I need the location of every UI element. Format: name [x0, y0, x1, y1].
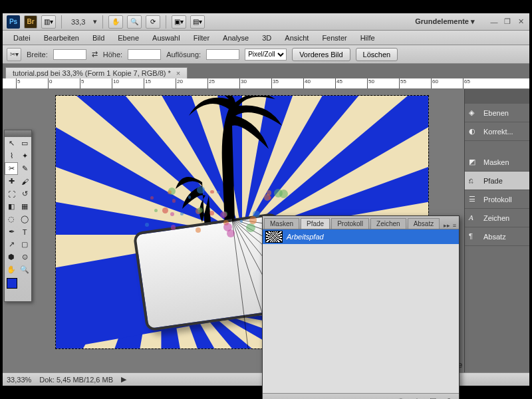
tab-absatz[interactable]: Absatz	[408, 218, 440, 229]
menu-3d[interactable]: 3D	[255, 34, 278, 42]
menu-ebene[interactable]: Ebene	[111, 34, 146, 42]
menu-ansicht[interactable]: Ansicht	[278, 34, 315, 42]
menu-hilfe[interactable]: Hilfe	[354, 34, 382, 42]
ps-logo: Ps	[7, 15, 20, 29]
app-titlebar: Ps Br ▥▾ 33,3▾ ✋ 🔍 ⟳ ▣▾ ▤▾ Grundelemente…	[3, 13, 529, 31]
arrange-docs-icon[interactable]: ▤▾	[190, 15, 205, 29]
bridge-logo[interactable]: Br	[24, 15, 37, 29]
crop-tool-preset-icon[interactable]: ✂▾	[7, 48, 21, 61]
tab-pfade[interactable]: Pfade	[301, 218, 330, 229]
hand-tool-icon[interactable]: ✋	[108, 15, 123, 29]
front-image-button[interactable]: Vorderes Bild	[292, 48, 350, 61]
dock-masken[interactable]: ◩Masken	[465, 153, 529, 172]
marquee-tool[interactable]: ▭	[18, 137, 31, 150]
resolution-input[interactable]	[206, 49, 239, 60]
window-restore[interactable]: ❐	[503, 17, 512, 27]
crop-tool[interactable]: ✂	[5, 162, 18, 175]
stamp-tool[interactable]: ⛶	[5, 188, 18, 200]
rotate-view-icon[interactable]: ⟳	[146, 15, 160, 29]
workspace-switcher[interactable]: Grundelemente ▾	[411, 17, 479, 26]
menu-fenster[interactable]: Fenster	[315, 34, 353, 42]
dock-absatz[interactable]: ¶Absatz	[465, 227, 529, 246]
new-path-icon[interactable]: ▣	[428, 396, 438, 400]
stroke-path-icon[interactable]: ○	[380, 396, 390, 400]
hand-tool[interactable]: ✋	[5, 263, 18, 276]
3d-tool[interactable]: ⬢	[5, 251, 18, 263]
status-zoom[interactable]: 33,33%	[7, 376, 31, 384]
wand-tool[interactable]: ✦	[18, 150, 31, 162]
status-doc-size[interactable]: Dok: 5,45 MB/12,6 MB	[39, 376, 113, 384]
right-dock: ◈Ebenen ◐Korrekt... ◩Masken ⎌Pfade ☰Prot…	[464, 89, 529, 375]
zoom-tool-icon[interactable]: 🔍	[127, 15, 142, 29]
character-icon: A	[469, 213, 479, 223]
dock-pfade[interactable]: ⎌Pfade	[465, 172, 529, 190]
color-swatches[interactable]	[5, 276, 31, 301]
tab-masken[interactable]: Masken	[264, 218, 299, 229]
dock-korrekturen[interactable]: ◐Korrekt...	[465, 122, 529, 141]
menu-datei[interactable]: Datei	[7, 34, 37, 42]
status-arrow-icon[interactable]: ▶	[121, 375, 126, 384]
path-from-selection-icon[interactable]: ◊	[412, 396, 422, 400]
move-tool[interactable]: ↖	[5, 137, 18, 150]
path-name: Arbeitspfad	[287, 233, 324, 241]
eraser-tool[interactable]: ◧	[5, 200, 18, 213]
menu-auswahl[interactable]: Auswahl	[146, 34, 187, 42]
menu-bearbeiten[interactable]: Bearbeiten	[37, 34, 86, 42]
menu-filter[interactable]: Filter	[187, 34, 216, 42]
panel-body: Arbeitspfad	[263, 229, 459, 393]
lasso-tool[interactable]: ⌇	[5, 150, 18, 162]
window-close[interactable]: ✕	[516, 17, 525, 27]
paths-panel[interactable]: Masken Pfade Protokoll Zeichen Absatz ▸▸…	[262, 215, 460, 399]
foreground-swatch[interactable]	[7, 278, 17, 289]
blur-tool[interactable]: ◌	[5, 213, 18, 225]
menu-bild[interactable]: Bild	[86, 34, 111, 42]
dock-zeichen[interactable]: AZeichen	[465, 209, 529, 227]
dodge-tool[interactable]: ◯	[18, 213, 31, 225]
document-tab[interactable]: tutorial.psd bei 33,3% (Form 1 Kopie 7, …	[5, 67, 188, 78]
zoom-value[interactable]: 33,3	[67, 18, 89, 26]
dock-protokoll[interactable]: ☰Protokoll	[465, 190, 529, 209]
healing-tool[interactable]: ✚	[5, 175, 18, 188]
pen-tool[interactable]: ✒	[5, 225, 18, 238]
shape-tool[interactable]: ▢	[18, 238, 31, 251]
eyedropper-tool[interactable]: ✎	[18, 162, 31, 175]
fill-path-icon[interactable]: ●	[364, 396, 374, 400]
swap-wh-icon[interactable]: ⇄	[92, 50, 98, 59]
tab-protokoll[interactable]: Protokoll	[331, 218, 369, 229]
brush-tool[interactable]: 🖌	[18, 175, 31, 188]
document-tab-row: tutorial.psd bei 33,3% (Form 1 Kopie 7, …	[3, 64, 529, 78]
toolbox[interactable]: ↖ ▭ ⌇ ✦ ✂ ✎ ✚ 🖌 ⛶ ↺ ◧ ▦ ◌ ◯ ✒ T ↗ ▢ ⬢ ⊙ …	[4, 130, 32, 302]
screen-mode-icon[interactable]: ▣▾	[172, 15, 186, 29]
close-document-icon[interactable]: ×	[176, 69, 180, 77]
height-input[interactable]	[128, 49, 161, 60]
type-tool[interactable]: T	[18, 225, 31, 238]
paragraph-icon: ¶	[469, 232, 479, 241]
history-brush-tool[interactable]: ↺	[18, 188, 31, 200]
document-title: tutorial.psd bei 33,3% (Form 1 Kopie 7, …	[13, 69, 171, 77]
panel-tabs: Masken Pfade Protokoll Zeichen Absatz ▸▸…	[263, 216, 459, 229]
layout-dropdown[interactable]: ▥▾	[41, 15, 56, 29]
window-minimize[interactable]: —	[489, 17, 499, 27]
path-item[interactable]: Arbeitspfad	[263, 229, 459, 244]
width-input[interactable]	[53, 49, 86, 60]
delete-path-icon[interactable]: 🗑	[444, 396, 454, 400]
menu-analyse[interactable]: Analyse	[216, 34, 255, 42]
path-select-tool[interactable]: ↗	[5, 238, 18, 251]
toolbox-grip[interactable]	[5, 130, 31, 137]
panel-menu-icon[interactable]: ≡	[453, 222, 456, 229]
height-label: Höhe:	[103, 51, 122, 59]
panel-collapse-icon[interactable]: ▸▸	[444, 222, 450, 229]
horizontal-ruler: 505101520253035404550556065	[3, 78, 529, 89]
selection-from-path-icon[interactable]: ◌	[396, 396, 406, 400]
resolution-label: Auflösung:	[166, 51, 201, 59]
mask-icon: ◩	[469, 158, 479, 167]
resolution-units[interactable]: Pixel/Zoll	[245, 49, 287, 61]
layers-icon: ◈	[469, 108, 479, 118]
tab-zeichen[interactable]: Zeichen	[370, 218, 406, 229]
gradient-tool[interactable]: ▦	[18, 200, 31, 213]
clear-button[interactable]: Löschen	[356, 48, 398, 61]
width-label: Breite:	[27, 51, 48, 59]
zoom-tool[interactable]: 🔍	[18, 263, 31, 276]
dock-ebenen[interactable]: ◈Ebenen	[465, 104, 529, 122]
3d-camera-tool[interactable]: ⊙	[18, 251, 31, 263]
